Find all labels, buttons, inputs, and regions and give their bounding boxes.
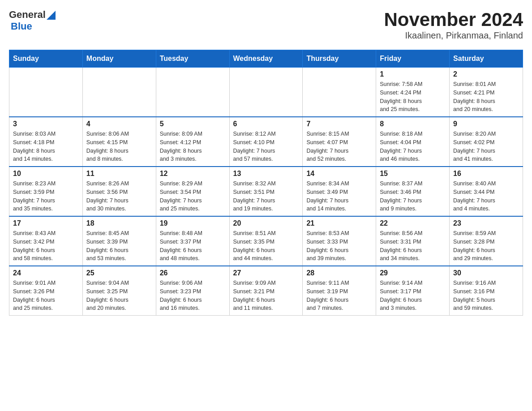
day-number: 24: [13, 269, 79, 277]
day-info: Sunrise: 7:58 AMSunset: 4:24 PMDaylight:…: [380, 80, 446, 114]
header-monday: Monday: [82, 50, 156, 68]
calendar-cell: 6Sunrise: 8:12 AMSunset: 4:10 PMDaylight…: [229, 117, 303, 167]
calendar-cell: 25Sunrise: 9:04 AMSunset: 3:25 PMDayligh…: [82, 266, 156, 316]
day-number: 12: [160, 170, 226, 178]
day-info: Sunrise: 8:03 AMSunset: 4:18 PMDaylight:…: [13, 130, 79, 163]
day-info: Sunrise: 8:06 AMSunset: 4:15 PMDaylight:…: [86, 130, 152, 163]
day-info: Sunrise: 8:12 AMSunset: 4:10 PMDaylight:…: [233, 130, 299, 163]
day-info: Sunrise: 8:37 AMSunset: 3:46 PMDaylight:…: [380, 180, 446, 213]
logo: General Blue: [9, 9, 56, 32]
calendar-cell: 3Sunrise: 8:03 AMSunset: 4:18 PMDaylight…: [9, 117, 83, 167]
calendar-cell: 19Sunrise: 8:48 AMSunset: 3:37 PMDayligh…: [156, 216, 229, 266]
page-header: General Blue November 2024 Ikaalinen, Pi…: [9, 9, 523, 41]
calendar-cell: 13Sunrise: 8:32 AMSunset: 3:51 PMDayligh…: [229, 167, 303, 216]
day-number: 22: [380, 219, 446, 227]
day-info: Sunrise: 8:48 AMSunset: 3:37 PMDaylight:…: [160, 229, 226, 263]
day-number: 13: [233, 170, 299, 178]
calendar-cell: 10Sunrise: 8:23 AMSunset: 3:59 PMDayligh…: [9, 167, 83, 216]
calendar-cell: 30Sunrise: 9:16 AMSunset: 3:16 PMDayligh…: [450, 266, 523, 316]
week-row-1: 1Sunrise: 7:58 AMSunset: 4:24 PMDaylight…: [9, 68, 523, 117]
calendar-cell: 18Sunrise: 8:45 AMSunset: 3:39 PMDayligh…: [82, 216, 156, 266]
header-wednesday: Wednesday: [229, 50, 303, 68]
day-number: 15: [380, 170, 446, 178]
svg-marker-0: [47, 11, 56, 20]
day-info: Sunrise: 9:11 AMSunset: 3:19 PMDaylight:…: [306, 279, 372, 313]
calendar-cell: [9, 68, 83, 117]
day-number: 11: [86, 170, 152, 178]
day-info: Sunrise: 8:09 AMSunset: 4:12 PMDaylight:…: [160, 130, 226, 163]
day-info: Sunrise: 8:40 AMSunset: 3:44 PMDaylight:…: [453, 180, 519, 213]
title-section: November 2024 Ikaalinen, Pirkanmaa, Finl…: [384, 9, 523, 41]
calendar-header: SundayMondayTuesdayWednesdayThursdayFrid…: [9, 50, 523, 68]
day-info: Sunrise: 8:53 AMSunset: 3:33 PMDaylight:…: [306, 229, 372, 263]
day-number: 29: [380, 269, 446, 277]
calendar-cell: 9Sunrise: 8:20 AMSunset: 4:02 PMDaylight…: [450, 117, 523, 167]
calendar-cell: [303, 68, 376, 117]
calendar-cell: 4Sunrise: 8:06 AMSunset: 4:15 PMDaylight…: [82, 117, 156, 167]
calendar-title: November 2024: [384, 9, 523, 30]
day-info: Sunrise: 8:29 AMSunset: 3:54 PMDaylight:…: [160, 180, 226, 213]
calendar-cell: 29Sunrise: 9:14 AMSunset: 3:17 PMDayligh…: [376, 266, 450, 316]
header-saturday: Saturday: [450, 50, 523, 68]
day-info: Sunrise: 8:26 AMSunset: 3:56 PMDaylight:…: [86, 180, 152, 213]
day-info: Sunrise: 9:09 AMSunset: 3:21 PMDaylight:…: [233, 279, 299, 313]
day-number: 20: [233, 219, 299, 227]
day-number: 27: [233, 269, 299, 277]
day-number: 1: [380, 70, 446, 78]
calendar-body: 1Sunrise: 7:58 AMSunset: 4:24 PMDaylight…: [9, 68, 523, 316]
day-info: Sunrise: 8:34 AMSunset: 3:49 PMDaylight:…: [306, 180, 372, 213]
day-info: Sunrise: 8:43 AMSunset: 3:42 PMDaylight:…: [13, 229, 79, 263]
calendar-cell: 7Sunrise: 8:15 AMSunset: 4:07 PMDaylight…: [303, 117, 376, 167]
day-info: Sunrise: 9:06 AMSunset: 3:23 PMDaylight:…: [160, 279, 226, 313]
calendar-cell: 27Sunrise: 9:09 AMSunset: 3:21 PMDayligh…: [229, 266, 303, 316]
header-thursday: Thursday: [303, 50, 376, 68]
logo-general-text: General: [9, 9, 46, 21]
week-row-5: 24Sunrise: 9:01 AMSunset: 3:26 PMDayligh…: [9, 266, 523, 316]
day-number: 26: [160, 269, 226, 277]
day-info: Sunrise: 8:23 AMSunset: 3:59 PMDaylight:…: [13, 180, 79, 213]
day-number: 9: [453, 120, 519, 128]
day-number: 5: [160, 120, 226, 128]
calendar-cell: 14Sunrise: 8:34 AMSunset: 3:49 PMDayligh…: [303, 167, 376, 216]
day-info: Sunrise: 8:18 AMSunset: 4:04 PMDaylight:…: [380, 130, 446, 163]
day-info: Sunrise: 8:20 AMSunset: 4:02 PMDaylight:…: [453, 130, 519, 163]
day-info: Sunrise: 9:04 AMSunset: 3:25 PMDaylight:…: [86, 279, 152, 313]
day-info: Sunrise: 8:45 AMSunset: 3:39 PMDaylight:…: [86, 229, 152, 263]
calendar-cell: 17Sunrise: 8:43 AMSunset: 3:42 PMDayligh…: [9, 216, 83, 266]
day-number: 10: [13, 170, 79, 178]
calendar-cell: 23Sunrise: 8:59 AMSunset: 3:28 PMDayligh…: [450, 216, 523, 266]
calendar-cell: 26Sunrise: 9:06 AMSunset: 3:23 PMDayligh…: [156, 266, 229, 316]
day-info: Sunrise: 9:16 AMSunset: 3:16 PMDaylight:…: [453, 279, 519, 313]
week-row-3: 10Sunrise: 8:23 AMSunset: 3:59 PMDayligh…: [9, 167, 523, 216]
day-number: 4: [86, 120, 152, 128]
calendar-cell: 5Sunrise: 8:09 AMSunset: 4:12 PMDaylight…: [156, 117, 229, 167]
days-of-week-row: SundayMondayTuesdayWednesdayThursdayFrid…: [9, 50, 523, 68]
day-info: Sunrise: 9:14 AMSunset: 3:17 PMDaylight:…: [380, 279, 446, 313]
week-row-2: 3Sunrise: 8:03 AMSunset: 4:18 PMDaylight…: [9, 117, 523, 167]
calendar-cell: 11Sunrise: 8:26 AMSunset: 3:56 PMDayligh…: [82, 167, 156, 216]
calendar-cell: 28Sunrise: 9:11 AMSunset: 3:19 PMDayligh…: [303, 266, 376, 316]
calendar-cell: 16Sunrise: 8:40 AMSunset: 3:44 PMDayligh…: [450, 167, 523, 216]
calendar-cell: 8Sunrise: 8:18 AMSunset: 4:04 PMDaylight…: [376, 117, 450, 167]
calendar-cell: [156, 68, 229, 117]
header-sunday: Sunday: [9, 50, 83, 68]
day-number: 8: [380, 120, 446, 128]
day-info: Sunrise: 8:01 AMSunset: 4:21 PMDaylight:…: [453, 80, 519, 114]
day-info: Sunrise: 8:51 AMSunset: 3:35 PMDaylight:…: [233, 229, 299, 263]
day-number: 2: [453, 70, 519, 78]
day-info: Sunrise: 8:56 AMSunset: 3:31 PMDaylight:…: [380, 229, 446, 263]
calendar-cell: 22Sunrise: 8:56 AMSunset: 3:31 PMDayligh…: [376, 216, 450, 266]
calendar-subtitle: Ikaalinen, Pirkanmaa, Finland: [384, 30, 523, 41]
calendar-cell: 12Sunrise: 8:29 AMSunset: 3:54 PMDayligh…: [156, 167, 229, 216]
header-friday: Friday: [376, 50, 450, 68]
day-number: 3: [13, 120, 79, 128]
day-number: 21: [306, 219, 372, 227]
calendar-cell: 15Sunrise: 8:37 AMSunset: 3:46 PMDayligh…: [376, 167, 450, 216]
day-info: Sunrise: 8:15 AMSunset: 4:07 PMDaylight:…: [306, 130, 372, 163]
calendar-cell: 1Sunrise: 7:58 AMSunset: 4:24 PMDaylight…: [376, 68, 450, 117]
day-number: 18: [86, 219, 152, 227]
calendar-cell: 20Sunrise: 8:51 AMSunset: 3:35 PMDayligh…: [229, 216, 303, 266]
day-number: 30: [453, 269, 519, 277]
day-number: 14: [306, 170, 372, 178]
calendar-cell: 2Sunrise: 8:01 AMSunset: 4:21 PMDaylight…: [450, 68, 523, 117]
